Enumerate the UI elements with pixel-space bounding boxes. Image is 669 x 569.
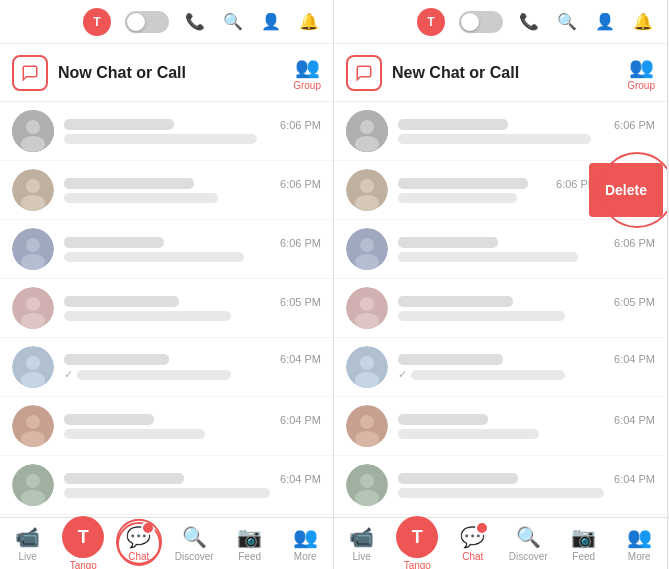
svg-point-20 <box>21 490 45 506</box>
right-panel: T 📞 🔍 👤 🔔 New Chat or Call 👥 Group <box>334 0 668 569</box>
phone-icon-left[interactable]: 📞 <box>183 10 207 34</box>
add-user-icon-right[interactable]: 👤 <box>593 10 617 34</box>
avatar <box>346 110 388 152</box>
tab-tango-left[interactable]: T Tango <box>56 516 112 569</box>
tab-chat-right[interactable]: 💬 Chat <box>445 525 501 562</box>
list-item[interactable]: 6:04 PM <box>334 397 667 456</box>
top-nav-right: T 📞 🔍 👤 🔔 <box>334 0 667 44</box>
chat-content: 6:04 PM <box>398 473 655 498</box>
avatar <box>346 169 388 211</box>
list-item[interactable]: 6:06 PM <box>0 220 333 279</box>
list-item[interactable]: 6:06 PM <box>0 102 333 161</box>
add-user-icon-left[interactable]: 👤 <box>259 10 283 34</box>
tab-more-left[interactable]: 👥 More <box>278 525 334 562</box>
chat-content: 6:06 PM <box>64 178 321 203</box>
svg-point-37 <box>360 356 374 370</box>
svg-point-14 <box>21 372 45 388</box>
list-item[interactable]: 6:04 PM <box>0 397 333 456</box>
tab-discover-left[interactable]: 🔍 Discover <box>167 525 223 562</box>
svg-point-44 <box>355 490 379 506</box>
bell-icon-right[interactable]: 🔔 <box>631 10 655 34</box>
svg-point-16 <box>26 415 40 429</box>
chat-content: 6:04 PM <box>64 473 321 498</box>
svg-point-40 <box>360 415 374 429</box>
list-item[interactable]: 6:05 PM <box>0 279 333 338</box>
tab-discover-right[interactable]: 🔍 Discover <box>501 525 557 562</box>
avatar <box>12 464 54 506</box>
avatar <box>346 287 388 329</box>
chat-content: 6:04 PM ✓ <box>398 353 655 381</box>
top-nav-left: T 📞 🔍 👤 🔔 <box>0 0 333 44</box>
chat-content: 6:06 PM <box>398 237 655 262</box>
tab-feed-right[interactable]: 📷 Feed <box>556 525 612 562</box>
svg-point-31 <box>360 238 374 252</box>
avatar <box>12 287 54 329</box>
bottom-nav-right: 📹 Live T Tango 💬 Chat 🔍 Discover 📷 Feed … <box>334 517 667 569</box>
chat-content: 6:04 PM <box>398 414 655 439</box>
list-item[interactable]: 6:05 PM <box>334 279 667 338</box>
svg-point-35 <box>355 313 379 329</box>
tab-live-right[interactable]: 📹 Live <box>334 525 390 562</box>
svg-point-11 <box>21 313 45 329</box>
svg-point-4 <box>26 179 40 193</box>
chat-content: 6:06 PM <box>64 119 321 144</box>
tab-more-right[interactable]: 👥 More <box>612 525 668 562</box>
new-chat-icon-right[interactable] <box>346 55 382 91</box>
svg-point-17 <box>21 431 45 447</box>
new-chat-icon-left[interactable] <box>12 55 48 91</box>
group-button-left[interactable]: 👥 Group <box>293 55 321 91</box>
bottom-nav-left: 📹 Live T Tango 💬 Chat 🔍 Discover 📷 Feed … <box>0 517 333 569</box>
phone-icon-right[interactable]: 📞 <box>517 10 541 34</box>
group-button-right[interactable]: 👥 Group <box>627 55 655 91</box>
svg-point-19 <box>26 474 40 488</box>
avatar <box>346 464 388 506</box>
list-item[interactable]: 6:04 PM ✓ <box>334 338 667 397</box>
list-item[interactable]: 6:04 PM <box>334 456 667 515</box>
left-panel: T 📞 🔍 👤 🔔 Now Chat or Call 👥 Group <box>0 0 334 569</box>
search-icon-right[interactable]: 🔍 <box>555 10 579 34</box>
chat-content: 6:04 PM <box>64 414 321 439</box>
list-item[interactable]: 6:04 PM <box>0 456 333 515</box>
tab-feed-left[interactable]: 📷 Feed <box>222 525 278 562</box>
avatar <box>12 346 54 388</box>
toggle-switch-left[interactable] <box>125 11 169 33</box>
chat-content: 6:06 PM <box>64 237 321 262</box>
delete-button-container: Delete <box>589 161 667 219</box>
list-item[interactable]: 6:06 PM <box>334 102 667 161</box>
toggle-switch-right[interactable] <box>459 11 503 33</box>
tab-tango-right[interactable]: T Tango <box>390 516 446 569</box>
list-item[interactable]: 6:06 PM <box>0 161 333 220</box>
avatar <box>346 346 388 388</box>
svg-point-25 <box>360 120 374 134</box>
svg-point-43 <box>360 474 374 488</box>
svg-point-34 <box>360 297 374 311</box>
chat-header-right: New Chat or Call 👥 Group <box>334 44 667 102</box>
avatar <box>12 228 54 270</box>
svg-point-8 <box>21 254 45 270</box>
tab-live-left[interactable]: 📹 Live <box>0 525 56 562</box>
chat-content: 6:04 PM ✓ <box>64 353 321 381</box>
list-item-with-delete[interactable]: 6:06 PM Delete <box>334 161 667 220</box>
svg-point-13 <box>26 356 40 370</box>
svg-point-26 <box>355 136 379 152</box>
svg-point-32 <box>355 254 379 270</box>
user-avatar-right[interactable]: T <box>417 8 445 36</box>
chat-content: 6:06 PM <box>398 178 597 203</box>
svg-point-28 <box>360 179 374 193</box>
delete-button[interactable]: Delete <box>589 163 663 217</box>
svg-point-2 <box>21 136 45 152</box>
list-item[interactable]: 6:06 PM <box>334 220 667 279</box>
search-icon-left[interactable]: 🔍 <box>221 10 245 34</box>
chat-content: 6:06 PM <box>398 119 655 144</box>
tab-chat-left[interactable]: 💬 Chat <box>111 525 167 562</box>
avatar <box>346 228 388 270</box>
user-avatar-left[interactable]: T <box>83 8 111 36</box>
svg-point-29 <box>355 195 379 211</box>
chat-list-left: 6:06 PM 6:06 PM <box>0 102 333 517</box>
list-item[interactable]: 6:04 PM ✓ <box>0 338 333 397</box>
svg-point-7 <box>26 238 40 252</box>
chat-header-title-left: Now Chat or Call <box>58 64 293 82</box>
avatar <box>12 110 54 152</box>
bell-icon-left[interactable]: 🔔 <box>297 10 321 34</box>
svg-point-41 <box>355 431 379 447</box>
